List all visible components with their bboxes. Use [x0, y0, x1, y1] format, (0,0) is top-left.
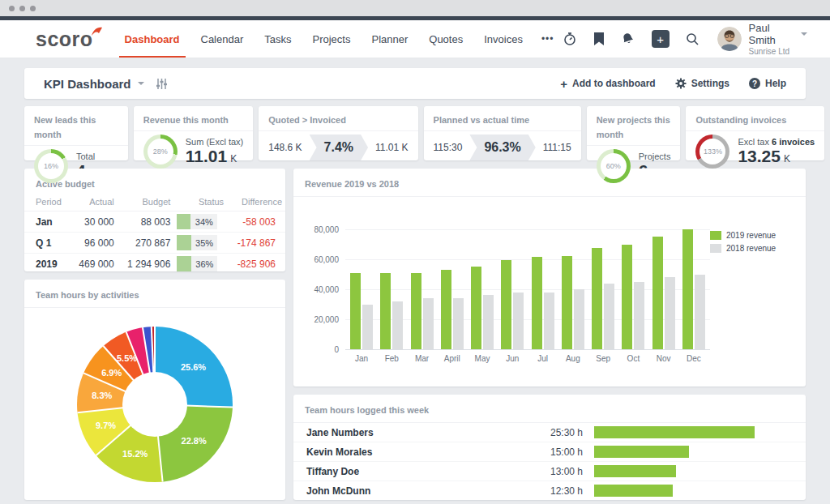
nav-item-calendar[interactable]: Calendar — [190, 20, 255, 58]
ratio-left-value: 148.6 K — [268, 142, 302, 153]
budget-column-header: Period — [24, 192, 70, 211]
x-tick-label: Oct — [622, 354, 644, 363]
ratio-right-value: 11.01 K — [375, 142, 408, 153]
add-icon[interactable]: + — [652, 30, 670, 48]
bar-2019-revenue — [380, 273, 391, 349]
nav-item-projects[interactable]: Projects — [302, 20, 362, 58]
gear-icon — [675, 78, 687, 89]
kpi-card-title: Outstanding invoices — [695, 115, 786, 125]
bar-group — [652, 237, 675, 349]
ratio-percent-badge: 7.4% — [310, 135, 368, 160]
donut-hole — [122, 372, 187, 437]
kpi-value: 13.25K — [738, 147, 815, 165]
x-tick-label: Mar — [411, 354, 434, 363]
budget-actual: 96 000 — [70, 233, 117, 254]
bar-2019-revenue — [622, 245, 632, 350]
gauge-value: 133% — [700, 139, 725, 164]
legend-item: 2018 revenue — [710, 244, 798, 253]
status-progress-bar: 36% — [177, 256, 217, 271]
budget-actual: 30 000 — [70, 211, 117, 233]
settings-button[interactable]: Settings — [675, 78, 729, 89]
nav-item-tasks[interactable]: Tasks — [254, 20, 302, 58]
window-dot[interactable] — [19, 6, 25, 11]
bar-2019-revenue — [441, 270, 451, 349]
kpi-card: Quoted > Invoiced148.6 K7.4%11.01 K — [259, 106, 417, 160]
bar-2018-revenue — [604, 284, 614, 349]
bar-group — [501, 260, 524, 349]
bar-2018-revenue — [392, 301, 403, 349]
card-title: Team hours logged this week — [305, 405, 429, 415]
budget-difference: -825 906 — [227, 254, 285, 275]
nav-more-button[interactable]: ••• — [533, 20, 563, 58]
pie-slice-label: 6.9% — [101, 368, 122, 378]
chart-legend: 2019 revenue2018 revenue — [710, 218, 798, 382]
legend-label: 2018 revenue — [726, 244, 776, 253]
nav-item-quotes[interactable]: Quotes — [418, 20, 473, 58]
budget-difference: -58 003 — [227, 211, 285, 233]
status-percent: 35% — [191, 235, 218, 250]
bar-group — [350, 273, 373, 349]
nav-item-invoices[interactable]: Invoices — [473, 20, 533, 58]
bar-group — [411, 273, 434, 349]
pie-slice-label: 25.6% — [181, 362, 206, 372]
list-item: Kevin Morales15:00 h — [293, 442, 806, 462]
pie-slice-label: 15.2% — [122, 449, 148, 459]
gridline — [345, 349, 710, 350]
bar-2018-revenue — [362, 305, 373, 350]
bar-2019-revenue — [350, 273, 361, 349]
card-title: Team hours by activities — [36, 290, 139, 300]
revenue-bar-chart[interactable]: JanFebMarAprilMayJunJulAugSepOctNovDec — [345, 229, 710, 382]
bar-2019-revenue — [592, 248, 602, 349]
user-menu[interactable]: Paul Smith Sunrise Ltd — [717, 20, 807, 58]
user-name: Paul Smith — [749, 22, 797, 46]
bar-group — [471, 267, 494, 349]
nav-item-planner[interactable]: Planner — [361, 20, 418, 58]
logo-mark-icon — [92, 27, 102, 36]
timer-icon[interactable] — [563, 32, 577, 46]
gauge-ring: 60% — [597, 149, 631, 183]
budget-difference: -174 867 — [227, 233, 285, 254]
bar-2018-revenue — [634, 282, 644, 349]
bar-2019-revenue — [411, 273, 421, 349]
kpi-value-suffix: K — [230, 154, 237, 164]
gauge-value: 60% — [601, 153, 627, 179]
table-row: Q 196 000270 86735%-174 867 — [24, 233, 285, 254]
kpi-cards-row: New leads this month16%Total4quotesReven… — [24, 106, 806, 160]
pie-slice-label: 5.5% — [117, 353, 137, 363]
bar-2018-revenue — [423, 298, 434, 349]
bookmark-icon[interactable] — [593, 32, 605, 46]
window-dot[interactable] — [30, 6, 36, 11]
legend-swatch — [710, 244, 721, 253]
y-tick-label: 20,000 — [314, 315, 339, 324]
bar-group — [562, 256, 584, 349]
team-hours-by-activities-card: Team hours by activities 25.6%22.8%15.2%… — [24, 280, 285, 500]
scoro-logo[interactable]: scoro — [36, 20, 93, 58]
filter-sliders-icon[interactable] — [156, 78, 168, 90]
budget-column-header: Status — [173, 192, 227, 211]
hours-bar — [594, 426, 755, 438]
add-to-dashboard-button[interactable]: + Add to dashboard — [560, 77, 655, 91]
kpi-card: Revenue this month28%Sum (Excl tax)11.01… — [134, 106, 254, 160]
window-dot[interactable] — [9, 6, 15, 11]
help-button[interactable]: ? Help — [749, 78, 786, 89]
status-progress-fill — [177, 235, 191, 250]
logo-text: scoro — [36, 29, 93, 49]
user-company: Sunrise Ltd — [749, 47, 807, 56]
nav-item-dashboard[interactable]: Dashboard — [114, 20, 190, 58]
bell-icon[interactable] — [621, 32, 635, 46]
bar-group — [682, 229, 705, 349]
x-tick-label: Jan — [350, 354, 373, 363]
hours-bar — [594, 485, 673, 497]
y-axis: 020,00040,00060,00080,000 — [305, 229, 345, 349]
kpi-card-title: New leads this month — [34, 115, 96, 139]
budget-table: PeriodActualBudgetStatusDifference Jan30… — [24, 192, 285, 274]
status-percent: 36% — [191, 256, 217, 271]
nav-items: DashboardCalendarTasksProjectsPlannerQuo… — [114, 20, 533, 58]
bar-2019-revenue — [562, 256, 572, 349]
kpi-value: 11.01K — [186, 147, 244, 165]
kpi-card-title: Planned vs actual time — [434, 115, 530, 125]
search-icon[interactable] — [686, 32, 700, 46]
chevron-down-icon — [801, 32, 807, 36]
dashboard-select-caret-icon[interactable] — [138, 82, 144, 85]
activities-donut-chart[interactable]: 25.6%22.8%15.2%9.7%8.3%6.9%5.5% — [77, 327, 233, 482]
